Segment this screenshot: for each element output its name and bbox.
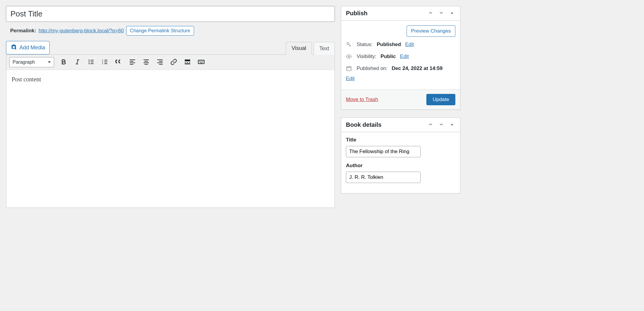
keyboard-icon <box>198 58 205 66</box>
published-row: Published on: Dec 24, 2022 at 14:59 Edit <box>346 62 455 85</box>
kitchen-sink-button[interactable] <box>197 58 205 66</box>
italic-icon <box>74 58 81 66</box>
key-icon <box>346 42 352 48</box>
change-permalink-button[interactable]: Change Permalink Structure <box>126 26 194 36</box>
preview-changes-button[interactable]: Preview Changes <box>407 25 455 37</box>
read-more-button[interactable] <box>183 58 192 66</box>
svg-point-9 <box>347 42 349 45</box>
editor-tabs: Visual Text <box>286 42 335 54</box>
book-author-input[interactable] <box>346 172 421 183</box>
editor-content[interactable]: Post content <box>6 70 335 208</box>
publish-header: Publish <box>341 6 460 21</box>
status-edit-link[interactable]: Edit <box>405 42 414 48</box>
bullet-list-icon <box>88 58 95 66</box>
permalink-row: Permalink: http://my-gutenberg-block.loc… <box>6 26 335 36</box>
post-title-input[interactable] <box>6 6 335 22</box>
svg-text:3: 3 <box>102 62 103 65</box>
link-icon <box>170 58 177 66</box>
publish-header-actions <box>427 10 455 17</box>
visibility-label: Visibility: <box>357 54 376 60</box>
permalink-link[interactable]: http://my-gutenberg-block.local/?p=60 <box>39 28 124 34</box>
move-to-trash-link[interactable]: Move to Trash <box>346 97 378 103</box>
update-button[interactable]: Update <box>426 94 455 105</box>
align-right-button[interactable] <box>156 58 164 66</box>
read-more-icon <box>184 58 191 66</box>
visibility-row: Visibility: Public Edit <box>346 51 455 62</box>
camera-icon <box>10 44 17 52</box>
book-title-input[interactable] <box>346 146 421 157</box>
editor-box: Paragraph 123 <box>6 54 335 208</box>
status-row: Status: Published Edit <box>346 39 455 51</box>
bold-button[interactable] <box>59 58 68 66</box>
chevron-down-icon <box>439 122 444 128</box>
toggle-panel-button[interactable] <box>449 10 455 17</box>
svg-rect-6 <box>185 60 190 61</box>
triangle-up-icon <box>449 10 455 16</box>
add-media-button[interactable]: Add Media <box>6 41 50 54</box>
svg-rect-7 <box>185 63 190 64</box>
svg-rect-11 <box>347 67 351 71</box>
format-select[interactable]: Paragraph <box>9 57 54 67</box>
move-down-button[interactable] <box>438 10 445 17</box>
toggle-panel-button[interactable] <box>449 122 455 128</box>
add-media-label: Add Media <box>19 45 45 51</box>
move-up-button[interactable] <box>427 10 434 17</box>
move-down-button[interactable] <box>438 122 445 128</box>
align-center-icon <box>143 58 150 66</box>
triangle-up-icon <box>449 122 455 128</box>
published-value: Dec 24, 2022 at 14:59 <box>392 65 442 71</box>
svg-point-10 <box>348 56 350 57</box>
number-list-button[interactable]: 123 <box>101 58 109 66</box>
visibility-edit-link[interactable]: Edit <box>400 54 409 60</box>
status-label: Status: <box>357 42 373 48</box>
calendar-icon <box>346 65 352 71</box>
align-left-icon <box>129 58 136 66</box>
tab-visual[interactable]: Visual <box>286 42 312 55</box>
eye-icon <box>346 54 352 60</box>
tab-text[interactable]: Text <box>314 42 335 55</box>
chevron-up-icon <box>428 122 433 128</box>
visibility-value: Public <box>381 54 396 60</box>
align-right-icon <box>156 58 164 66</box>
book-details-postbox: Book details Title Author <box>341 118 460 193</box>
move-up-button[interactable] <box>427 122 434 128</box>
chevron-up-icon <box>428 10 433 16</box>
align-left-button[interactable] <box>128 58 137 66</box>
book-author-label: Author <box>346 163 455 169</box>
bullet-list-button[interactable] <box>87 58 95 66</box>
svg-point-2 <box>88 63 90 64</box>
published-edit-link[interactable]: Edit <box>346 76 455 82</box>
italic-button[interactable] <box>73 58 82 66</box>
bold-icon <box>60 58 67 66</box>
status-value: Published <box>377 42 401 48</box>
permalink-label: Permalink: <box>10 28 36 34</box>
align-center-button[interactable] <box>142 58 150 66</box>
book-title-label: Title <box>346 137 455 143</box>
svg-point-1 <box>88 61 90 62</box>
quote-button[interactable] <box>115 58 123 66</box>
book-header: Book details <box>341 118 460 132</box>
format-select-label: Paragraph <box>13 60 35 65</box>
link-button[interactable] <box>170 58 178 66</box>
number-list-icon: 123 <box>101 58 109 66</box>
publish-postbox: Publish Preview Changes Status: Publishe… <box>341 6 460 110</box>
book-header-actions <box>427 122 455 128</box>
editor-toolbar: Paragraph 123 <box>6 55 335 70</box>
book-heading: Book details <box>346 121 381 128</box>
chevron-down-icon <box>439 10 444 16</box>
svg-point-0 <box>88 60 90 61</box>
published-label: Published on: <box>357 65 387 71</box>
quote-icon <box>115 58 122 66</box>
publish-heading: Publish <box>346 10 367 17</box>
